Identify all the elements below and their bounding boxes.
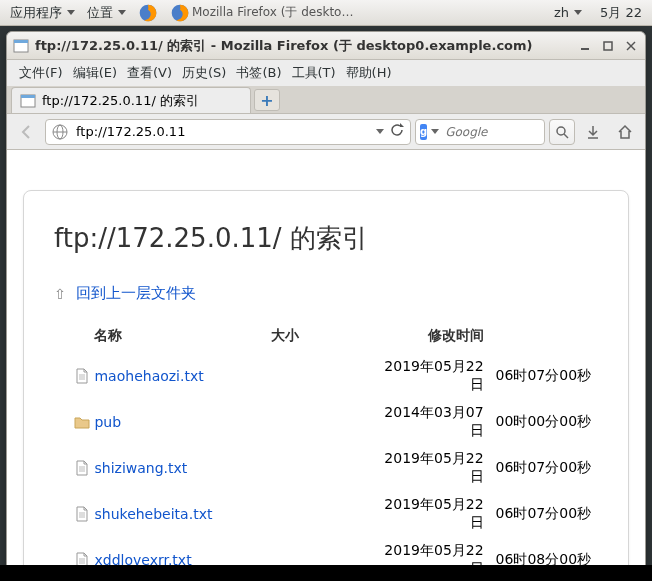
folder-icon	[74, 414, 94, 430]
back-button[interactable]	[13, 118, 41, 146]
applications-menu[interactable]: 应用程序	[4, 4, 81, 22]
file-date: 2019年05月22日	[374, 358, 496, 394]
table-row: shukehebeita.txt2019年05月22日06时07分00秒	[74, 491, 598, 537]
magnifier-icon	[555, 125, 569, 139]
home-button[interactable]	[611, 118, 639, 146]
chevron-down-icon	[118, 10, 126, 15]
page-content: ftp://172.25.0.11/ 的索引 ⇧ 回到上一层文件夹 名称 大小 …	[7, 150, 645, 570]
back-arrow-icon	[18, 123, 36, 141]
svg-rect-3	[14, 40, 28, 43]
file-icon	[74, 460, 94, 476]
file-time: 00时00分00秒	[496, 413, 598, 431]
firefox-launcher[interactable]	[132, 3, 164, 23]
home-icon	[617, 124, 633, 140]
table-header: 名称 大小 修改时间	[74, 319, 598, 353]
search-engine-dropdown[interactable]	[431, 129, 439, 134]
svg-rect-5	[604, 42, 612, 50]
clock[interactable]: 5月 22	[594, 4, 648, 22]
svg-point-13	[557, 127, 565, 135]
menu-tools[interactable]: 工具(T)	[288, 62, 340, 84]
menu-history[interactable]: 历史(S)	[178, 62, 230, 84]
chevron-down-icon	[574, 10, 582, 15]
up-directory-link[interactable]: 回到上一层文件夹	[76, 284, 196, 303]
navigation-toolbar: g	[7, 114, 645, 150]
new-tab-button[interactable]: +	[254, 89, 280, 111]
downloads-button[interactable]	[579, 118, 607, 146]
col-name: 名称	[94, 327, 271, 345]
file-date: 2014年03月07日	[374, 404, 496, 440]
google-icon: g	[420, 124, 427, 140]
file-time: 06时07分00秒	[496, 367, 598, 385]
file-link[interactable]: shiziwang.txt	[94, 460, 187, 476]
file-link[interactable]: shukehebeita.txt	[94, 506, 212, 522]
minimize-button[interactable]	[578, 39, 591, 52]
file-icon	[74, 368, 94, 384]
tab-label: ftp://172.25.0.11/ 的索引	[42, 92, 199, 110]
url-bar[interactable]	[45, 119, 411, 145]
firefox-icon	[138, 3, 158, 23]
file-icon	[74, 506, 94, 522]
ftp-page-icon	[13, 38, 29, 54]
svg-line-14	[564, 134, 568, 138]
reload-button[interactable]	[390, 123, 404, 140]
search-bar[interactable]: g	[415, 119, 545, 145]
places-menu[interactable]: 位置	[81, 4, 132, 22]
table-row: shiziwang.txt2019年05月22日06时07分00秒	[74, 445, 598, 491]
menu-file[interactable]: 文件(F)	[15, 62, 67, 84]
tab-active[interactable]: ftp://172.25.0.11/ 的索引	[11, 87, 251, 113]
url-history-dropdown[interactable]	[376, 129, 384, 134]
file-date: 2019年05月22日	[374, 450, 496, 486]
search-submit-button[interactable]	[549, 119, 575, 145]
file-link[interactable]: maohehaozi.txt	[94, 368, 203, 384]
table-row: pub2014年03月07日00时00分00秒	[74, 399, 598, 445]
tab-strip: ftp://172.25.0.11/ 的索引 +	[7, 86, 645, 114]
col-size: 大小	[271, 327, 373, 345]
col-mtime: 修改时间	[374, 327, 496, 345]
download-icon	[585, 124, 601, 140]
file-time: 06时07分00秒	[496, 459, 598, 477]
terminal-strip	[0, 565, 652, 581]
menu-bar: 文件(F) 编辑(E) 查看(V) 历史(S) 书签(B) 工具(T) 帮助(H…	[7, 60, 645, 86]
file-link[interactable]: pub	[94, 414, 121, 430]
table-row: maohehaozi.txt2019年05月22日06时07分00秒	[74, 353, 598, 399]
url-input[interactable]	[74, 123, 370, 140]
taskbar-firefox-window[interactable]: Mozilla Firefox (于 deskto…	[164, 3, 359, 23]
up-arrow-icon: ⇧	[54, 286, 66, 302]
firefox-icon	[170, 3, 190, 23]
window-title: ftp://172.25.0.11/ 的索引 - Mozilla Firefox…	[35, 37, 639, 55]
chevron-down-icon	[67, 10, 75, 15]
desktop-top-bar: 应用程序 位置 Mozilla Firefox (于 deskto… zh 5月…	[0, 0, 652, 26]
maximize-button[interactable]	[601, 39, 614, 52]
menu-view[interactable]: 查看(V)	[123, 62, 176, 84]
reload-icon	[390, 123, 404, 137]
firefox-window: ftp://172.25.0.11/ 的索引 - Mozilla Firefox…	[6, 31, 646, 571]
menu-help[interactable]: 帮助(H)	[342, 62, 396, 84]
input-method-indicator[interactable]: zh	[548, 5, 588, 20]
page-heading: ftp://172.25.0.11/ 的索引	[54, 221, 598, 256]
directory-table: 名称 大小 修改时间 maohehaozi.txt2019年05月22日06时0…	[74, 319, 598, 570]
svg-rect-9	[21, 95, 35, 98]
window-titlebar[interactable]: ftp://172.25.0.11/ 的索引 - Mozilla Firefox…	[7, 32, 645, 60]
menu-bookmarks[interactable]: 书签(B)	[232, 62, 285, 84]
globe-icon	[52, 124, 68, 140]
directory-listing-panel: ftp://172.25.0.11/ 的索引 ⇧ 回到上一层文件夹 名称 大小 …	[23, 190, 629, 570]
ftp-page-icon	[20, 93, 36, 109]
file-time: 06时07分00秒	[496, 505, 598, 523]
file-date: 2019年05月22日	[374, 496, 496, 532]
menu-edit[interactable]: 编辑(E)	[69, 62, 121, 84]
close-button[interactable]	[624, 39, 637, 52]
